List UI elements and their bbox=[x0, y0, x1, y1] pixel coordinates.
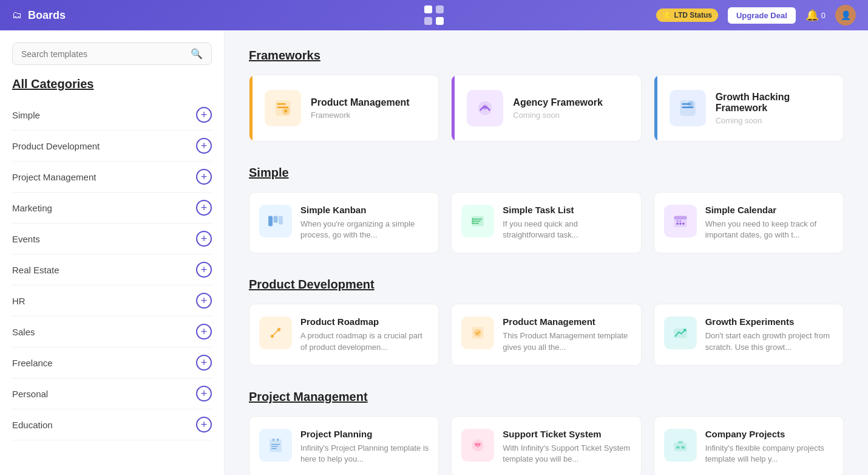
category-expand-button[interactable]: + bbox=[196, 169, 212, 185]
sidebar-category-item[interactable]: Personal + bbox=[12, 378, 212, 409]
template-info: Support Ticket System With Infinity's Su… bbox=[503, 429, 631, 465]
app-logo bbox=[423, 4, 445, 26]
template-name: Product Management bbox=[503, 316, 631, 327]
template-info: Simple Calendar When you need to keep tr… bbox=[705, 205, 833, 241]
framework-icon bbox=[467, 90, 503, 126]
sidebar-category-item[interactable]: Real Estate + bbox=[12, 255, 212, 285]
template-card[interactable]: Project Planning Infinity's Project Plan… bbox=[249, 416, 439, 475]
category-expand-button[interactable]: + bbox=[196, 262, 212, 278]
category-label: Personal bbox=[12, 389, 48, 399]
category-expand-button[interactable]: + bbox=[196, 200, 212, 216]
template-icon bbox=[461, 429, 494, 462]
svg-rect-40 bbox=[270, 439, 282, 452]
category-label: Freelance bbox=[12, 358, 53, 368]
template-info: Growth Experiments Don't start each grow… bbox=[705, 316, 833, 352]
section-title-simple[interactable]: Simple bbox=[249, 166, 844, 180]
svg-rect-50 bbox=[677, 441, 682, 443]
sidebar-category-item[interactable]: Product Development + bbox=[12, 131, 212, 162]
svg-rect-17 bbox=[279, 216, 283, 225]
template-card[interactable]: Support Ticket System With Infinity's Su… bbox=[451, 416, 641, 475]
template-card[interactable]: Simple Kanban When you're organizing a s… bbox=[249, 192, 439, 253]
sidebar-category-item[interactable]: Education + bbox=[12, 409, 212, 440]
svg-rect-42 bbox=[277, 439, 279, 441]
category-expand-button[interactable]: + bbox=[196, 417, 212, 432]
template-card[interactable]: Growth Experiments Don't start each grow… bbox=[654, 304, 844, 365]
template-card[interactable]: Product Management This Product Manageme… bbox=[451, 304, 641, 365]
template-icon bbox=[664, 316, 697, 349]
sidebar-category-item[interactable]: Sales + bbox=[12, 316, 212, 347]
template-info: Project Planning Infinity's Project Plan… bbox=[300, 429, 429, 465]
header-center bbox=[423, 4, 445, 26]
category-label: Real Estate bbox=[12, 265, 59, 275]
sidebar-category-item[interactable]: Events + bbox=[12, 224, 212, 255]
section-project-management: Project Management Project Planning Infi… bbox=[249, 390, 844, 475]
template-card[interactable]: Company Projects Infinity's flexible com… bbox=[654, 416, 844, 475]
sidebar-category-item[interactable]: Simple + bbox=[12, 100, 212, 131]
category-expand-button[interactable]: + bbox=[196, 324, 212, 340]
category-list: Simple + Product Development + Project M… bbox=[12, 100, 212, 440]
search-input[interactable] bbox=[21, 49, 186, 59]
template-icon bbox=[259, 205, 292, 237]
svg-point-22 bbox=[472, 218, 474, 220]
template-name: Simple Task List bbox=[503, 205, 631, 215]
all-categories-label[interactable]: All Categories bbox=[12, 77, 212, 91]
sidebar-category-item[interactable]: Marketing + bbox=[12, 193, 212, 224]
category-label: Education bbox=[12, 420, 53, 430]
framework-card[interactable]: Product Management Framework bbox=[249, 75, 439, 142]
template-icon bbox=[259, 429, 292, 462]
template-card[interactable]: Product Roadmap A product roadmap is a c… bbox=[249, 304, 439, 365]
category-expand-button[interactable]: + bbox=[196, 231, 212, 247]
template-desc: This Product Management template gives y… bbox=[503, 330, 631, 352]
svg-rect-41 bbox=[273, 439, 274, 441]
category-expand-button[interactable]: + bbox=[196, 138, 212, 154]
framework-info: Product Management Framework bbox=[311, 97, 410, 120]
boards-label[interactable]: Boards bbox=[28, 9, 66, 22]
template-icon bbox=[664, 429, 697, 462]
svg-point-8 bbox=[284, 109, 287, 112]
category-expand-button[interactable]: + bbox=[196, 107, 212, 123]
framework-sub: Coming soon bbox=[513, 111, 603, 120]
notification-count: 0 bbox=[821, 11, 826, 20]
template-info: Simple Kanban When you're organizing a s… bbox=[300, 205, 429, 241]
upgrade-button[interactable]: Upgrade Deal bbox=[728, 7, 796, 24]
sidebar-category-item[interactable]: Project Management + bbox=[12, 162, 212, 193]
section-title-project-management[interactable]: Project Management bbox=[249, 390, 844, 404]
framework-sub: Framework bbox=[311, 111, 410, 120]
category-expand-button[interactable]: + bbox=[196, 355, 212, 371]
template-card[interactable]: Simple Task List If you need quick and s… bbox=[451, 192, 641, 253]
section-title-frameworks[interactable]: Frameworks bbox=[249, 49, 844, 63]
notification-area[interactable]: 🔔 0 bbox=[805, 9, 826, 22]
sidebar-category-item[interactable]: Freelance + bbox=[12, 347, 212, 378]
template-info: Company Projects Infinity's flexible com… bbox=[705, 429, 833, 465]
content-area: Frameworks Product Management Framework bbox=[225, 30, 868, 475]
category-expand-button[interactable]: + bbox=[196, 293, 212, 309]
template-desc: A product roadmap is a crucial part of p… bbox=[300, 330, 429, 352]
template-name: Company Projects bbox=[705, 429, 833, 439]
template-desc: If you need quick and straightforward ta… bbox=[503, 219, 631, 241]
template-info: Simple Task List If you need quick and s… bbox=[503, 205, 631, 241]
avatar[interactable]: 👤 bbox=[835, 5, 856, 26]
template-card[interactable]: Simple Calendar When you need to keep tr… bbox=[654, 192, 844, 253]
sidebar-category-item[interactable]: HR + bbox=[12, 285, 212, 316]
svg-point-23 bbox=[472, 220, 474, 222]
category-expand-button[interactable]: + bbox=[196, 386, 212, 402]
template-icon bbox=[664, 205, 697, 237]
template-info: Product Management This Product Manageme… bbox=[503, 316, 631, 352]
framework-icon bbox=[265, 90, 301, 126]
template-desc: With Infinity's Support Ticket System te… bbox=[503, 443, 631, 465]
svg-rect-3 bbox=[436, 17, 444, 25]
template-desc: When you're organizing a simple process,… bbox=[300, 219, 429, 241]
section-title-product-development[interactable]: Product Development bbox=[249, 278, 844, 292]
template-name: Growth Experiments bbox=[705, 316, 833, 327]
template-desc: When you need to keep track of important… bbox=[705, 219, 833, 241]
template-desc: Infinity's flexible company projects tem… bbox=[705, 443, 833, 465]
search-box[interactable]: 🔍 bbox=[12, 43, 212, 65]
svg-rect-16 bbox=[274, 216, 278, 223]
framework-card[interactable]: Agency Framework Coming soon bbox=[451, 75, 641, 142]
sections-container: Frameworks Product Management Framework bbox=[249, 49, 844, 475]
ltd-status-badge[interactable]: ⭐ LTD Status bbox=[656, 9, 718, 22]
category-label: HR bbox=[12, 296, 25, 306]
framework-card[interactable]: Growth Hacking Framework Coming soon bbox=[654, 75, 844, 142]
category-label: Events bbox=[12, 234, 40, 244]
svg-point-14 bbox=[688, 101, 693, 106]
